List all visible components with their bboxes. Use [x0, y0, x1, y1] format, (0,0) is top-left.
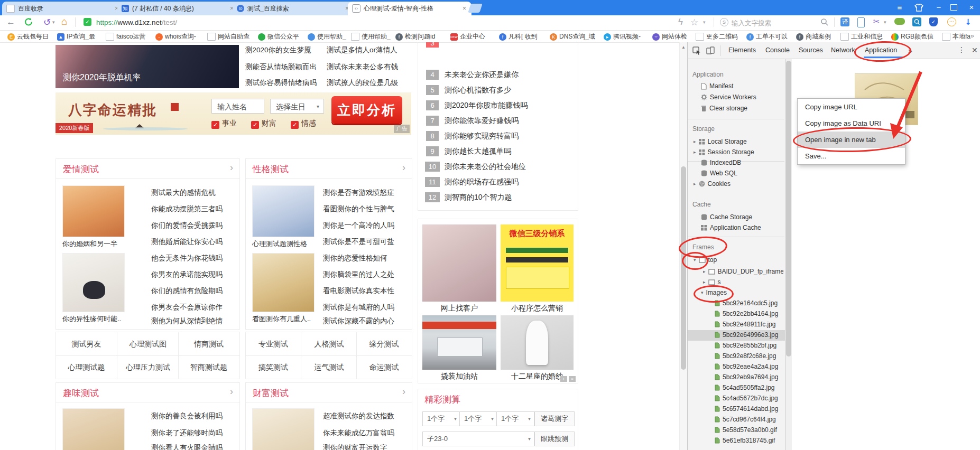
ranked-item[interactable]: 6测2020年你股市能赚钱吗 — [418, 100, 578, 112]
send-to-phone-icon[interactable] — [857, 17, 865, 27]
bazi-ad-banner[interactable]: 八字命运精批 2020新春版 输入姓名 选择生日 ▾ ✓事业 ✓财富 ✓情感 立… — [56, 92, 411, 135]
image-file-item[interactable]: 5bc92eb9a7694.jpg — [715, 373, 778, 381]
sidebar-item-cache-storage[interactable]: Cache Storage — [701, 213, 752, 221]
tab-close-icon[interactable]: × — [461, 5, 467, 12]
tree-item-frame-s[interactable]: ▸ s — [703, 278, 721, 286]
scrollbar-thumb[interactable] — [681, 166, 686, 370]
disclosure-collapsed-icon[interactable]: ▸ — [694, 149, 696, 155]
translate-icon[interactable]: 译 — [840, 17, 849, 26]
sidebar-item-local-storage[interactable]: ▸ Local Storage — [694, 138, 747, 145]
minimize-button[interactable]: − — [933, 3, 944, 12]
bookmark-item[interactable]: FKW企业中心 — [450, 32, 485, 41]
ranked-item[interactable]: 9测你越长大越孤单吗 — [418, 146, 578, 158]
test-link[interactable]: 测试你未来老公多有钱 — [327, 62, 409, 72]
sidebar-item-manifest[interactable]: Manifest — [701, 82, 733, 90]
bookmark-item[interactable]: 更多二维码 — [696, 32, 738, 41]
image-file-item[interactable]: 5c7cd967c64f4.jpg — [715, 416, 776, 423]
image-file-item[interactable]: 5bc92eae4a2a4.jpg — [715, 363, 778, 370]
tab-baidu-search[interactable]: ⊙ 测试_百度搜索 × — [233, 2, 354, 15]
test-link[interactable]: 测他婚后能让你安心吗 — [151, 237, 236, 247]
lightning-icon[interactable]: ϟ — [678, 17, 683, 27]
image-caption[interactable]: 你的异性缘何时能.. — [62, 314, 131, 324]
personality-test-image[interactable] — [252, 185, 315, 237]
star-caret-icon[interactable]: ▾ — [703, 20, 706, 25]
disclosure-collapsed-icon[interactable]: ▸ — [694, 181, 696, 186]
sidebar-item-indexeddb[interactable]: IndexedDB — [701, 159, 741, 166]
test-link[interactable]: 看图测你的个性与脾气 — [323, 204, 406, 214]
ad-info-icon[interactable]: i — [560, 376, 567, 382]
tab-zhihu[interactable]: 知 (7 封私信 / 40 条消息) × — [117, 2, 239, 15]
restore-button[interactable] — [950, 4, 957, 11]
bookmark-item[interactable]: 使用帮助_ — [308, 32, 346, 41]
gamepad-icon[interactable] — [894, 18, 905, 25]
bookmark-item[interactable]: KDNS查询_域 — [550, 32, 595, 41]
zhuge-word-test-button[interactable]: 诸葛测字 — [534, 411, 575, 426]
favorite-star-icon[interactable]: ☆ — [690, 17, 698, 28]
image-file-item[interactable]: 5c6574614dabd.jpg — [715, 405, 778, 412]
ranked-item[interactable]: 8测你能够实现穷转富吗 — [418, 131, 578, 143]
name-input[interactable]: 输入姓名 — [211, 99, 264, 114]
bookmark-item[interactable]: 使用帮助_ — [351, 32, 391, 41]
undo-icon[interactable]: ↺ — [43, 17, 51, 28]
test-link[interactable]: 测试是多情人or薄情人 — [327, 45, 409, 55]
chevron-right-icon[interactable]: › — [230, 386, 233, 397]
test-link[interactable]: 测你的恋爱性格如何 — [323, 254, 406, 263]
nav-link[interactable]: 专业测试 — [246, 332, 301, 355]
close-window-button[interactable]: × — [966, 3, 977, 12]
home-icon[interactable]: ⌂ — [61, 16, 67, 27]
disclosure-collapsed-icon[interactable]: ▸ — [703, 269, 706, 274]
devtools-tab-sources[interactable]: Sources — [799, 46, 823, 54]
test-link[interactable]: 测试你深藏不露的内心 — [323, 316, 406, 326]
sidebar-scrollbar[interactable] — [785, 59, 792, 450]
inspect-element-icon[interactable] — [692, 46, 701, 55]
checkbox-checked-icon[interactable]: ✓ — [291, 121, 299, 129]
disclosure-collapsed-icon[interactable]: ▸ — [703, 279, 706, 285]
ad-image-find-customers[interactable] — [422, 224, 496, 302]
test-link[interactable]: 测试你是有城府的人吗 — [323, 303, 406, 312]
photo-caption[interactable]: 撬装加油站 — [422, 372, 496, 381]
back-icon[interactable]: ← — [6, 17, 15, 27]
scrollbar-thumb[interactable] — [786, 61, 791, 357]
nav-link[interactable]: 情商测试 — [178, 332, 239, 355]
test-link[interactable]: 测能否从情场脱颖而出 — [245, 62, 323, 72]
tab-baidu-shoulu[interactable]: 百度收录 × — [2, 2, 124, 15]
ranked-item[interactable]: 7测你能依靠爱好赚钱吗 — [418, 116, 578, 127]
bookmark-item[interactable]: f凡科[ 收到 — [499, 32, 538, 41]
search-input[interactable]: 输入文字搜索 — [732, 19, 811, 28]
test-link[interactable]: 测试你容易得情绪病吗 — [245, 78, 323, 88]
bookmark-item[interactable]: 网站自助查 — [207, 32, 249, 41]
test-link[interactable]: 他会无条件为你花钱吗 — [151, 254, 236, 263]
birthday-select[interactable]: 选择生日 ▾ — [270, 99, 324, 114]
test-link[interactable]: 测试你是不是可甜可盐 — [323, 237, 406, 247]
ad-image-wedding-dress[interactable] — [501, 315, 574, 370]
bookmark-item[interactable]: 工业和信息 — [840, 32, 883, 41]
skin-icon[interactable] — [914, 4, 923, 12]
image-caption[interactable]: 看图测你有几重人.. — [252, 314, 321, 324]
image-caption[interactable]: 心理测试题测性格 — [252, 239, 321, 249]
test-link[interactable]: 测2020你的女生梦魇 — [245, 45, 323, 55]
option-career[interactable]: ✓事业 — [211, 119, 237, 129]
disclosure-collapsed-icon[interactable]: ▸ — [694, 139, 696, 144]
bookmark-item[interactable]: ▲IP查询_最 — [57, 32, 95, 41]
menu-icon[interactable]: ≡ — [894, 3, 905, 12]
test-link[interactable]: 你们的感情有危险期吗 — [151, 286, 236, 296]
address-bar[interactable]: https://www.d1xz.net/test/ — [96, 18, 318, 26]
scissors-caret-icon[interactable]: ▾ — [884, 20, 886, 25]
image-file-item[interactable]: 5bc92e855b2bf.jpg — [715, 342, 776, 349]
ranked-item[interactable]: 5测你心机指数有多少 — [418, 85, 578, 97]
personality-test-image[interactable] — [252, 253, 315, 312]
image-file-item[interactable]: 5e58d57e3a0b0.gif — [715, 426, 777, 434]
test-link[interactable]: 测你的善良会被利用吗 — [151, 411, 236, 421]
tree-item-frame-baidu-iframe[interactable]: ▸ BAIDU_DUP_fp_iframe (c — [703, 268, 783, 275]
test-link[interactable]: 你未来能成亿万富翁吗 — [323, 428, 406, 438]
eye-twitch-select[interactable]: 子23-0▾ — [422, 432, 534, 446]
image-file-item[interactable]: 5e61efb318745.gif — [715, 437, 775, 444]
test-link[interactable]: 你男友会不会原谅你作 — [151, 303, 236, 312]
test-link[interactable]: 测你是一个高冷的人吗 — [323, 221, 406, 230]
bookmark-item[interactable]: 微信公众平 — [258, 32, 299, 41]
image-file-item-selected[interactable]: 5bc92e64996e3.jpg — [715, 331, 778, 339]
test-link[interactable]: 测他为何从深情到绝情 — [151, 316, 236, 326]
bookmark-item[interactable]: f商城案例 — [796, 32, 831, 41]
device-toolbar-icon[interactable] — [706, 46, 715, 55]
nav-link[interactable]: 心理测试题 — [56, 355, 117, 379]
